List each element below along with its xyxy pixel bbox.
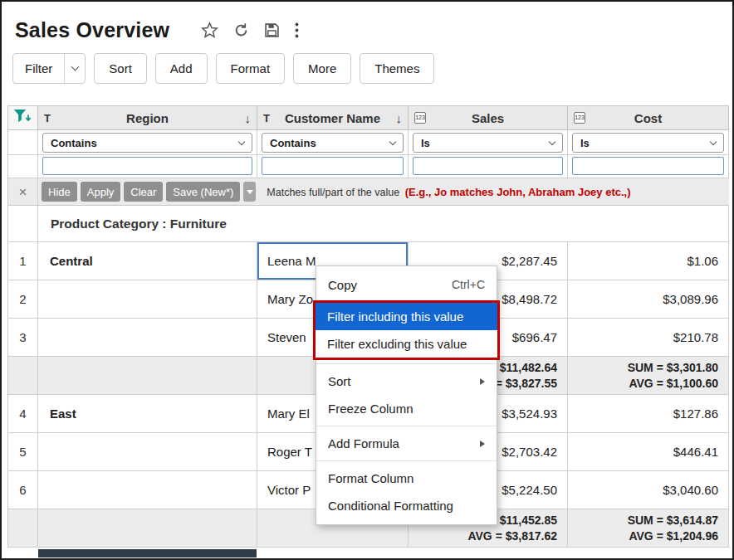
- save-icon[interactable]: [264, 22, 280, 38]
- column-header-row: T Region ↓ T Customer Name ↓ 123 Sales 1…: [8, 106, 729, 130]
- row-number[interactable]: 5: [8, 433, 38, 471]
- menu-divider: [316, 460, 497, 461]
- menu-item-add-formula[interactable]: Add Formula: [316, 430, 497, 457]
- customer-filter-input[interactable]: [262, 157, 404, 175]
- horizontal-scrollbar-thumb[interactable]: [38, 549, 257, 558]
- format-button[interactable]: Format: [216, 53, 286, 84]
- cell-region[interactable]: [38, 280, 257, 319]
- chevron-down-icon: [549, 139, 555, 145]
- empty-cell: [38, 509, 257, 548]
- column-header-sales[interactable]: 123 Sales: [409, 106, 568, 130]
- row-number[interactable]: 1: [8, 242, 38, 280]
- number-type-icon: 123: [414, 112, 426, 124]
- save-new-button[interactable]: Save (New*): [166, 182, 240, 202]
- sales-filter-input[interactable]: [413, 157, 563, 175]
- clear-button[interactable]: Clear: [124, 182, 163, 202]
- filter-toggle-cell[interactable]: [8, 106, 38, 130]
- cell-cost[interactable]: $1.06: [568, 242, 729, 280]
- cell-cost[interactable]: $3,089.96: [568, 280, 729, 319]
- cell-region[interactable]: East: [38, 395, 257, 433]
- sales-filter-operator-select[interactable]: Is: [413, 133, 563, 153]
- row-number[interactable]: 4: [8, 395, 38, 433]
- sales-filter-op-cell: Is: [409, 130, 568, 155]
- column-header-region[interactable]: T Region ↓: [38, 106, 257, 130]
- row-number[interactable]: 6: [8, 471, 38, 509]
- cell-region[interactable]: [38, 471, 257, 509]
- empty-cell: [8, 206, 38, 242]
- column-header-customer-name[interactable]: T Customer Name ↓: [257, 106, 409, 130]
- sort-desc-icon[interactable]: ↓: [239, 111, 251, 125]
- menu-item-sort[interactable]: Sort: [316, 368, 497, 395]
- themes-button[interactable]: Themes: [360, 53, 434, 84]
- filter-operator-row: Contains Contains Is Is: [8, 130, 729, 155]
- text-type-icon: T: [44, 112, 56, 124]
- cell-region[interactable]: [38, 319, 257, 357]
- sales-filter-value-cell: [409, 155, 568, 178]
- cost-filter-value-cell: [568, 155, 729, 178]
- row-number[interactable]: 2: [8, 280, 38, 319]
- cell-cost[interactable]: $3,040.60: [568, 471, 729, 509]
- group-label: Product Category : Furniture: [51, 217, 227, 231]
- cell-cost[interactable]: $446.41: [568, 433, 729, 471]
- selected-operator: Is: [421, 137, 430, 149]
- menu-item-copy[interactable]: Copy Ctrl+C: [316, 270, 497, 299]
- cell-cost[interactable]: $210.78: [568, 319, 729, 357]
- annotation-red-box: Filter including this value Filter exclu…: [313, 300, 500, 360]
- kebab-menu-icon[interactable]: [295, 22, 299, 38]
- hint-example-red: (E.g., Jo matches John, Abraham Joey etc…: [405, 186, 631, 198]
- filter-hint-text: Matches full/part of the value (E.g., Jo…: [267, 186, 630, 198]
- cost-filter-input[interactable]: [572, 157, 724, 175]
- selected-operator: Is: [580, 137, 590, 149]
- triangle-down-icon: [247, 190, 253, 194]
- menu-item-filter-including[interactable]: Filter including this value: [316, 303, 497, 330]
- menu-item-format-column[interactable]: Format Column: [316, 465, 497, 492]
- more-button[interactable]: More: [293, 53, 351, 84]
- menu-item-conditional-formatting[interactable]: Conditional Formatting: [316, 492, 497, 519]
- favorite-star-icon[interactable]: [201, 22, 218, 39]
- menu-item-freeze-column[interactable]: Freeze Column: [316, 395, 497, 422]
- column-label: Region: [56, 111, 239, 125]
- filter-button[interactable]: Filter: [12, 53, 86, 84]
- region-filter-op-cell: Contains: [38, 130, 257, 155]
- avg-value: AVG = $3,817.62: [467, 528, 557, 544]
- sort-desc-icon[interactable]: ↓: [390, 111, 402, 125]
- context-menu: Copy Ctrl+C Filter including this value …: [316, 265, 497, 525]
- selected-operator: Contains: [270, 137, 316, 149]
- toolbar: Filter Sort Add Format More Themes: [2, 46, 732, 90]
- filter-button-label: Filter: [13, 54, 64, 83]
- sum-value: SUM = $3,301.80: [628, 360, 718, 376]
- hide-button[interactable]: Hide: [42, 182, 77, 202]
- cell-region[interactable]: [38, 433, 257, 471]
- cell-cost[interactable]: $127.86: [568, 395, 729, 433]
- cost-summary: SUM = $3,301.80 AVG = $1,100.60: [568, 357, 729, 395]
- region-filter-input[interactable]: [42, 157, 252, 175]
- cost-filter-operator-select[interactable]: Is: [572, 133, 724, 153]
- cell-region[interactable]: Central: [38, 242, 257, 280]
- hint-plain: Matches full/part of the value: [267, 187, 399, 198]
- column-header-cost[interactable]: 123 Cost: [568, 106, 729, 130]
- cost-summary: SUM = $3,614.87 AVG = $1,204.96: [568, 509, 729, 548]
- refresh-icon[interactable]: [233, 22, 249, 38]
- empty-cell: [8, 357, 38, 395]
- group-header-row[interactable]: Product Category : Furniture: [8, 206, 729, 242]
- add-button[interactable]: Add: [155, 53, 208, 84]
- filter-action-bar: × Hide Apply Clear Save (New*) Matches f…: [8, 178, 729, 206]
- sort-button[interactable]: Sort: [94, 53, 147, 84]
- menu-label: Add Formula: [328, 436, 399, 450]
- apply-button[interactable]: Apply: [81, 182, 121, 202]
- shortcut-label: Ctrl+C: [452, 278, 485, 291]
- filter-dropdown-arrow[interactable]: [65, 54, 85, 83]
- chevron-down-icon: [71, 63, 79, 71]
- row-number[interactable]: 3: [8, 319, 38, 357]
- column-label: Cost: [585, 111, 711, 125]
- save-options-dropdown[interactable]: [243, 182, 256, 202]
- cost-filter-op-cell: Is: [568, 130, 729, 155]
- app-window: Sales Overview Filter Sort Add Format Mo…: [0, 0, 734, 560]
- sum-value: SUM = $3,614.87: [628, 513, 718, 528]
- customer-filter-operator-select[interactable]: Contains: [262, 133, 404, 153]
- region-filter-operator-select[interactable]: Contains: [42, 133, 252, 153]
- close-icon[interactable]: ×: [19, 185, 27, 199]
- menu-item-filter-excluding[interactable]: Filter excluding this value: [316, 330, 497, 358]
- empty-cell: [8, 509, 38, 548]
- filter-value-row: [8, 155, 729, 178]
